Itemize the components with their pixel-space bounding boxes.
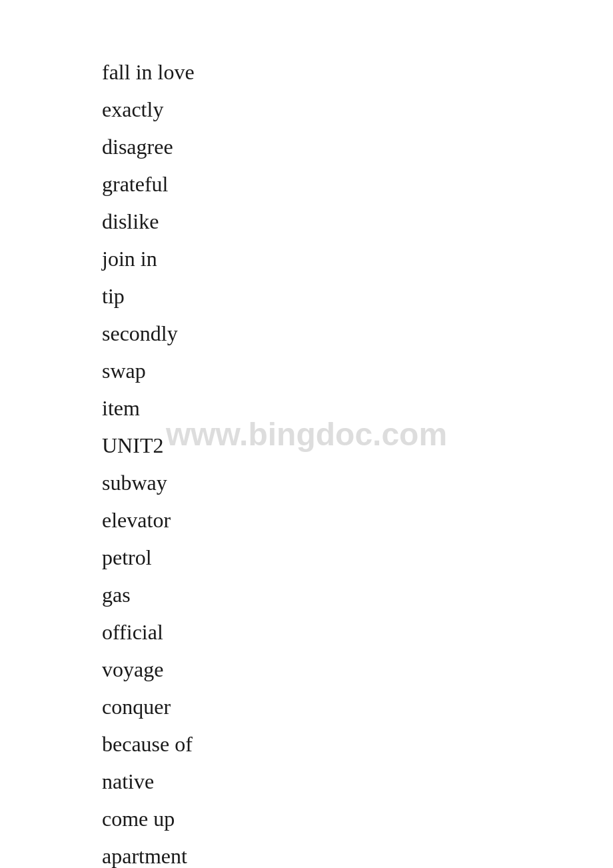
list-item: swap [102, 352, 613, 389]
list-item: apartment [102, 837, 613, 868]
list-item: exactly [102, 91, 613, 128]
list-item: native [102, 763, 613, 800]
list-item: elevator [102, 501, 613, 539]
list-item: voyage [102, 651, 613, 688]
list-item: gas [102, 576, 613, 613]
list-item: conquer [102, 688, 613, 725]
list-item: disagree [102, 128, 613, 165]
list-item: come up [102, 800, 613, 837]
list-item: item [102, 389, 613, 427]
list-item: petrol [102, 539, 613, 576]
list-item: secondly [102, 315, 613, 352]
list-item: dislike [102, 203, 613, 240]
word-list: fall in loveexactlydisagreegratefuldisli… [0, 0, 613, 868]
list-item: tip [102, 277, 613, 315]
list-item: official [102, 613, 613, 651]
list-item: fall in love [102, 53, 613, 91]
list-item: join in [102, 240, 613, 277]
list-item: subway [102, 464, 613, 501]
list-item: UNIT2 [102, 427, 613, 464]
list-item: because of [102, 725, 613, 763]
list-item: grateful [102, 165, 613, 203]
